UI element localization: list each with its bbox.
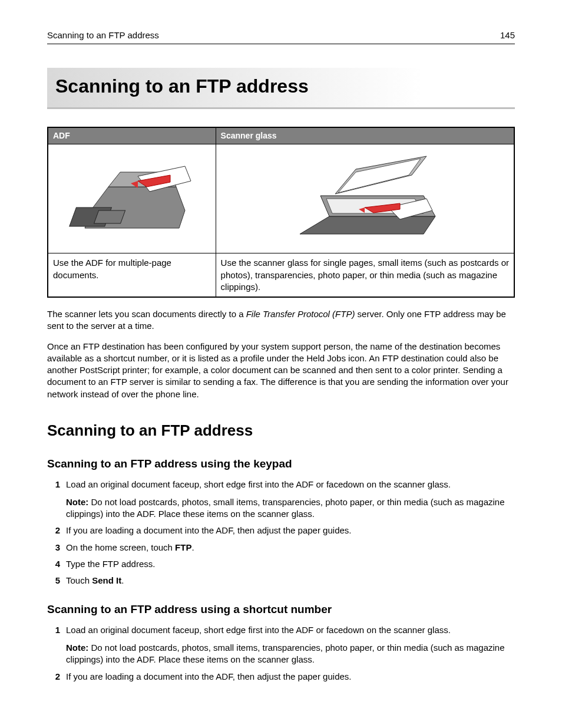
list-item: 5 Touch Send It.	[47, 575, 515, 587]
header-left: Scanning to an FTP address	[47, 29, 159, 41]
list-item: 4 Type the FTP address.	[47, 558, 515, 570]
subsection-keypad-title: Scanning to an FTP address using the key…	[47, 456, 515, 472]
list-item: 3 On the home screen, touch FTP.	[47, 542, 515, 554]
note: Note: Do not load postcards, photos, sma…	[66, 642, 515, 666]
section-title: Scanning to an FTP address	[47, 420, 515, 441]
list-item: 1 Load an original document faceup, shor…	[47, 479, 515, 521]
list-item: 1 Load an original document faceup, shor…	[47, 624, 515, 666]
svg-rect-4	[94, 210, 125, 223]
header-page-number: 145	[500, 29, 515, 41]
note: Note: Do not load postcards, photos, sma…	[66, 496, 515, 521]
shortcut-steps: 1 Load an original document faceup, shor…	[47, 624, 515, 683]
subsection-shortcut-title: Scanning to an FTP address using a short…	[47, 602, 515, 617]
intro-paragraph-1: The scanner lets you scan documents dire…	[47, 308, 515, 332]
scanner-glass-illustration-cell	[216, 144, 514, 253]
adf-caption: Use the ADF for multiple‑page documents.	[48, 253, 216, 297]
chapter-title: Scanning to an FTP address	[47, 68, 515, 109]
keypad-steps: 1 Load an original document faceup, shor…	[47, 479, 515, 587]
intro-paragraph-2: Once an FTP destination has been configu…	[47, 341, 515, 400]
adf-illustration-cell	[48, 144, 216, 253]
adf-scanner-table: ADF Scanner glass	[47, 127, 515, 298]
table-header-adf: ADF	[48, 127, 216, 144]
list-item: 2 If you are loading a document into the…	[47, 671, 515, 683]
adf-printer-icon	[67, 151, 197, 240]
scanner-glass-caption: Use the scanner glass for single pages, …	[216, 253, 514, 297]
scanner-glass-icon	[276, 151, 453, 246]
table-header-scanner-glass: Scanner glass	[216, 127, 514, 144]
page-header: Scanning to an FTP address 145	[47, 29, 515, 44]
list-item: 2 If you are loading a document into the…	[47, 525, 515, 536]
